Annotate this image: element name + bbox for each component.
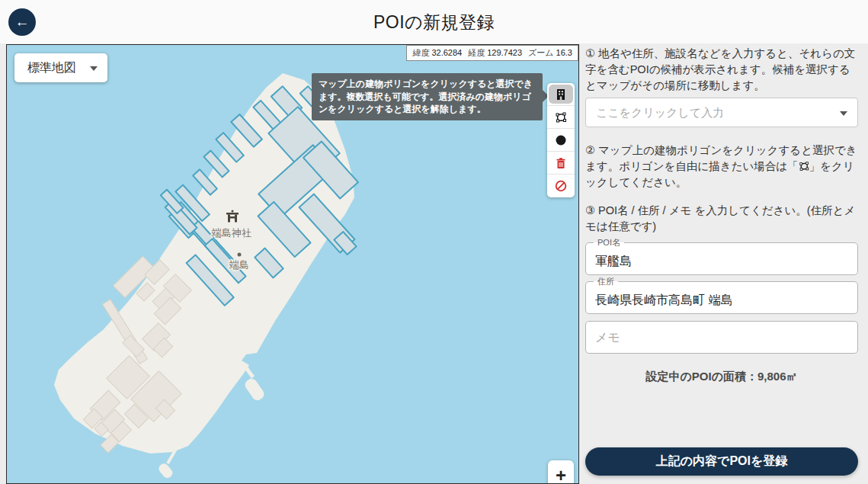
address-input[interactable] <box>586 282 857 313</box>
island-point-marker <box>238 253 242 257</box>
page-title: POIの新規登録 <box>0 11 868 34</box>
lat-value: 32.6284 <box>431 48 462 57</box>
polygon-draw-icon <box>555 111 567 123</box>
poi-search-input[interactable] <box>586 98 857 127</box>
poi-area-readout: 設定中のPOIの面積：9,806㎡ <box>585 370 858 384</box>
map-zoom-in-button[interactable]: + <box>548 460 574 484</box>
memo-field <box>585 321 858 354</box>
map-layer-selector[interactable]: 標準地図 <box>14 53 107 82</box>
chevron-down-icon <box>90 66 98 71</box>
plus-icon: + <box>556 465 566 484</box>
address-field: 住所 <box>585 281 858 314</box>
lng-label: 経度 <box>468 48 485 57</box>
trash-icon <box>555 157 567 169</box>
draw-polygon-tool-button[interactable] <box>547 106 575 129</box>
map-coordinates-readout: 緯度32.6284経度129.7423ズーム16.3 <box>406 45 578 61</box>
cancel-selection-tool-button[interactable] <box>547 175 575 197</box>
poi-area-value: 9,806㎡ <box>757 370 798 383</box>
zoom-label: ズーム <box>528 48 554 57</box>
instruction-step3: ③ POI名 / 住所 / メモ を入力してください。(住所とメモは任意です) <box>585 203 861 235</box>
shrine-label: 端島神社 <box>211 227 251 239</box>
header: ← POIの新規登録 <box>0 0 868 43</box>
prohibit-icon <box>555 180 567 192</box>
form-panel: ① 地名や住所、施設名などを入力すると、それらの文字を含むPOIの候補が表示され… <box>581 43 868 484</box>
building-icon <box>555 88 567 101</box>
lat-label: 緯度 <box>412 48 429 57</box>
polygon-draw-inline-icon <box>799 161 809 171</box>
poi-name-field: POI名 <box>585 242 858 275</box>
instruction-step1: ① 地名や住所、施設名などを入力すると、それらの文字を含むPOIの候補が表示され… <box>585 46 861 94</box>
poi-name-label: POI名 <box>594 237 624 248</box>
draw-point-tool-button[interactable] <box>547 129 575 152</box>
poi-name-input[interactable] <box>586 243 857 274</box>
circle-icon <box>555 134 567 146</box>
select-building-tool-button[interactable] <box>547 83 575 106</box>
poi-search-combobox <box>585 98 858 127</box>
map-toolbar <box>547 83 575 197</box>
lng-value: 129.7423 <box>487 48 522 57</box>
map-instruction-tooltip: マップ上の建物ポリゴンをクリックすると選択できます。複数選択も可能です。選択済み… <box>312 73 543 120</box>
map-canvas[interactable]: 端島神社 端島 標準地図 緯度32.6284経度129.7423ズーム16.3 … <box>6 44 579 484</box>
instruction-step2: ② マップ上の建物ポリゴンをクリックすると選択できます。ポリゴンを自由に描きたい… <box>585 143 861 191</box>
map-instruction-tooltip-text: マップ上の建物ポリゴンをクリックすると選択できます。複数選択も可能です。選択済み… <box>319 79 533 114</box>
address-label: 住所 <box>594 276 618 287</box>
register-poi-button[interactable]: 上記の内容でPOIを登録 <box>585 447 858 476</box>
island-label: 端島 <box>229 259 249 271</box>
memo-input[interactable] <box>586 322 857 353</box>
poi-area-label: 設定中のPOIの面積： <box>645 370 757 383</box>
zoom-value: 16.3 <box>556 48 572 57</box>
map-layer-selector-label: 標準地図 <box>27 61 76 74</box>
delete-tool-button[interactable] <box>547 152 575 175</box>
